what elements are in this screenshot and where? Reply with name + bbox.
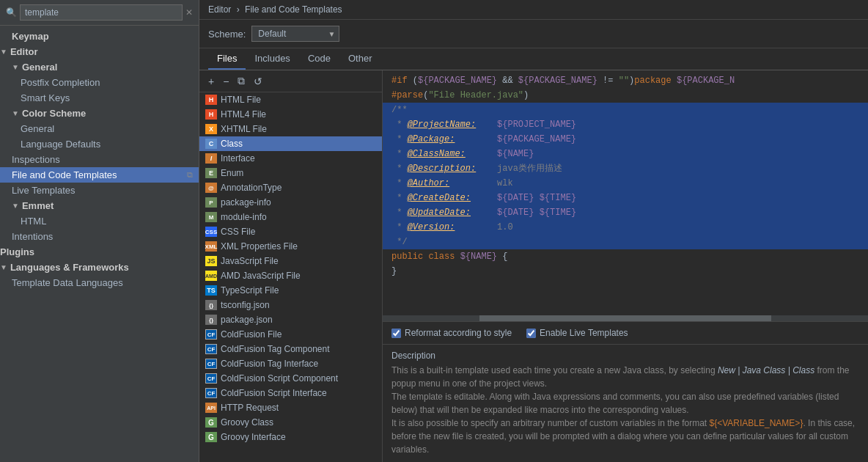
file-item-cf-tag[interactable]: CF ColdFusion Tag Component — [199, 342, 382, 356]
cf-tag-icon: CF — [205, 344, 217, 354]
content-area: + − ⧉ ↺ H HTML File H HTML4 File X XHTML… — [199, 70, 868, 462]
code-line: /** — [383, 103, 868, 117]
file-item-pkg-info[interactable]: P package-info — [199, 195, 382, 210]
file-item-ts[interactable]: TS TypeScript File — [199, 283, 382, 298]
sidebar-item-lang-defaults[interactable]: Language Defaults — [0, 136, 199, 152]
scheme-select[interactable]: Default Project — [251, 26, 339, 42]
sidebar-item-inspections[interactable]: Inspections ⧉ — [0, 152, 199, 167]
file-item-label: HTTP Request — [221, 403, 279, 413]
copy-template-button[interactable]: ⧉ — [235, 73, 248, 89]
sidebar-item-intentions[interactable]: Intentions — [0, 229, 199, 244]
module-file-icon: M — [205, 212, 217, 222]
code-line: #parse("File Header.java") — [383, 88, 868, 103]
cf-script-int-icon: CF — [205, 388, 217, 398]
search-input[interactable] — [20, 4, 183, 21]
groovy-file-icon: G — [205, 417, 217, 428]
file-item-label: Enum — [221, 168, 243, 178]
sidebar-item-editor[interactable]: ▼ Editor — [0, 44, 199, 59]
tab-code[interactable]: Code — [299, 48, 339, 70]
description-area: Description This is a built-in template … — [383, 344, 868, 462]
code-line: } — [383, 264, 868, 279]
tab-other[interactable]: Other — [339, 48, 381, 70]
amd-file-icon: AMD — [205, 271, 217, 281]
expand-icon: ▼ — [12, 109, 19, 117]
reformat-checkbox[interactable] — [391, 329, 401, 338]
live-templates-label: Enable Live Templates — [540, 328, 628, 338]
editor-area: #if (${PACKAGE_NAME} && ${PACKAGE_NAME} … — [383, 70, 868, 462]
file-item-xhtml[interactable]: X XHTML File — [199, 122, 382, 136]
file-item-tsconfig[interactable]: {} tsconfig.json — [199, 298, 382, 312]
reformat-label: Reformat according to style — [405, 328, 512, 338]
remove-template-button[interactable]: − — [220, 74, 232, 89]
sidebar-item-color-scheme[interactable]: ▼ Color Scheme — [0, 106, 199, 121]
tab-files[interactable]: Files — [208, 48, 246, 70]
sidebar-item-plugins[interactable]: Plugins — [0, 244, 199, 260]
sidebar-item-keymap[interactable]: Keymap — [0, 29, 199, 44]
file-item-html[interactable]: H HTML File — [199, 92, 382, 107]
file-item-amd-js[interactable]: AMD AMD JavaScript File — [199, 268, 382, 283]
file-item-groovy-int[interactable]: G Groovy Interface — [199, 430, 382, 444]
css-file-icon: CSS — [205, 227, 217, 237]
file-item-label: XML Properties File — [221, 241, 298, 252]
sidebar-item-smart-keys[interactable]: Smart Keys — [0, 90, 199, 106]
file-item-cf-file[interactable]: CF ColdFusion File — [199, 327, 382, 342]
file-item-label: CSS File — [221, 227, 255, 237]
file-item-label: ColdFusion File — [221, 329, 282, 340]
scheme-select-wrap: Default Project ▼ — [251, 26, 339, 42]
sidebar-item-emmet[interactable]: ▼ Emmet — [0, 198, 199, 213]
sidebar-item-template-data[interactable]: Template Data Languages ⧉ — [0, 275, 199, 290]
file-item-interface[interactable]: I Interface — [199, 151, 382, 166]
add-template-button[interactable]: + — [205, 74, 217, 89]
main-content: Editor › File and Code Templates Scheme:… — [199, 0, 868, 462]
sidebar-item-postfix[interactable]: Postfix Completion — [0, 75, 199, 90]
file-item-module-info[interactable]: M module-info — [199, 210, 382, 224]
breadcrumb: Editor › File and Code Templates — [199, 0, 868, 20]
file-item-cf-script-int[interactable]: CF ColdFusion Script Interface — [199, 386, 382, 400]
sidebar-item-emmet-html[interactable]: HTML — [0, 213, 199, 229]
file-item-css[interactable]: CSS CSS File — [199, 224, 382, 239]
enum-file-icon: E — [205, 168, 217, 178]
file-list-toolbar: + − ⧉ ↺ — [199, 70, 382, 92]
breadcrumb-editor: Editor — [208, 4, 231, 15]
http-file-icon: API — [205, 403, 217, 413]
file-item-js[interactable]: JS JavaScript File — [199, 254, 382, 268]
file-item-label: package.json — [221, 315, 273, 325]
file-item-pkg-json[interactable]: {} package.json — [199, 312, 382, 327]
code-line: #if (${PACKAGE_NAME} && ${PACKAGE_NAME} … — [383, 73, 868, 88]
file-item-label: module-info — [221, 212, 267, 222]
cf-file-icon: CF — [205, 329, 217, 340]
sidebar-item-file-code-templates[interactable]: File and Code Templates ⧉ — [0, 167, 199, 183]
horizontal-scrollbar[interactable] — [383, 315, 868, 321]
code-line: */ — [383, 235, 868, 249]
file-item-label: package-info — [221, 197, 271, 208]
code-editor[interactable]: #if (${PACKAGE_NAME} && ${PACKAGE_NAME} … — [383, 70, 868, 315]
code-line: * @ProjectName: ${PROJECT_NAME} — [383, 117, 868, 132]
tab-includes[interactable]: Includes — [246, 48, 298, 70]
file-item-xml[interactable]: XML XML Properties File — [199, 239, 382, 254]
sidebar-item-lang-frameworks[interactable]: ▼ Languages & Frameworks — [0, 260, 199, 275]
reformat-checkbox-wrap[interactable]: Reformat according to style — [391, 328, 512, 338]
file-item-enum[interactable]: E Enum — [199, 166, 382, 180]
js-file-icon: JS — [205, 256, 217, 266]
file-item-cf-tag-int[interactable]: CF ColdFusion Tag Interface — [199, 356, 382, 371]
file-item-cf-script[interactable]: CF ColdFusion Script Component — [199, 371, 382, 386]
live-templates-checkbox[interactable] — [526, 329, 536, 338]
sidebar-item-cs-general[interactable]: General — [0, 121, 199, 136]
file-item-html4[interactable]: H HTML4 File — [199, 107, 382, 122]
file-item-http[interactable]: API HTTP Request — [199, 400, 382, 415]
file-item-annotation[interactable]: @ AnnotationType — [199, 180, 382, 195]
file-item-label: ColdFusion Tag Interface — [221, 359, 318, 369]
reset-template-button[interactable]: ↺ — [251, 74, 265, 89]
file-item-label: JavaScript File — [221, 256, 279, 266]
file-item-label: HTML File — [221, 95, 261, 105]
file-item-groovy[interactable]: G Groovy Class — [199, 415, 382, 430]
sidebar-item-live-templates[interactable]: Live Templates — [0, 183, 199, 198]
file-item-label: Class — [221, 139, 243, 149]
file-item-class[interactable]: C Class — [199, 136, 382, 151]
tabs-row: Files Includes Code Other — [199, 48, 868, 70]
sidebar-item-general[interactable]: ▼ General — [0, 59, 199, 75]
clear-search-icon[interactable]: ✕ — [185, 7, 193, 18]
live-templates-checkbox-wrap[interactable]: Enable Live Templates — [526, 328, 628, 338]
annotation-file-icon: @ — [205, 183, 217, 193]
description-title: Description — [391, 351, 859, 361]
